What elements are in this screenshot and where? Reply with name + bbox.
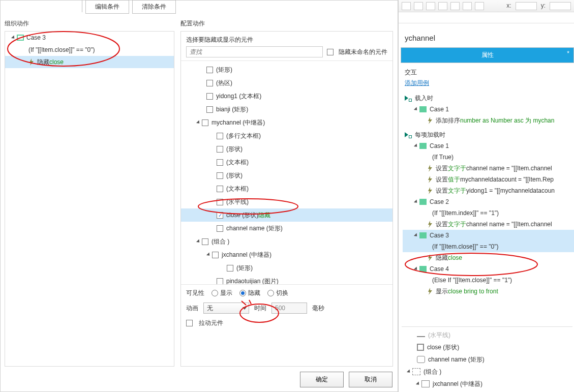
clear-condition-button[interactable]: 清除条件 (132, 0, 176, 14)
list-item[interactable]: (矩形) (236, 264, 253, 273)
time-input[interactable]: 500 (271, 303, 307, 314)
checkbox-close-icon[interactable] (217, 212, 223, 219)
x-label: x: (506, 2, 511, 10)
case-node[interactable]: Case 1 (403, 140, 574, 152)
list-item[interactable]: pindaotuijian (图片) (226, 277, 279, 285)
visibility-row: 可见性 显示 隐藏 切换 (186, 289, 387, 297)
case-node[interactable]: Case 2 (403, 196, 574, 207)
radio-show[interactable]: 显示 (212, 289, 232, 297)
bolt-icon (427, 117, 433, 124)
add-case-link[interactable]: 添加用例 (405, 79, 429, 86)
svg-marker-6 (428, 254, 432, 261)
event-onload[interactable]: 载入时 (403, 93, 574, 104)
list-item[interactable]: (多行文本框) (226, 132, 261, 140)
case-editor-dialog: 编辑条件 清除条件 组织动作 配置动作 Case 3 (If "[[Item.c… (0, 0, 398, 392)
action-row[interactable]: 显示 close bring to front (403, 286, 574, 297)
outline-item[interactable]: (水平线) (402, 329, 572, 341)
list-item[interactable]: (形状) (226, 145, 243, 154)
tree-row-close[interactable]: close (形状) 隐藏 (181, 208, 392, 222)
widget-tree[interactable]: (矩形) (热区) yidong1 (文本框) bianji (矩形) mych… (181, 61, 392, 284)
action-prefix: 隐藏 (37, 58, 49, 67)
outline-item[interactable]: channel name (矩形) (402, 353, 572, 366)
tool-icon[interactable] (402, 2, 411, 10)
case-condition: (Else If "[[Item.close]]" == "1") (403, 275, 574, 286)
tool-icon[interactable] (414, 2, 423, 10)
action-row[interactable]: 设置 文字于 channel name = "[[Item.channel (403, 219, 574, 230)
case-node[interactable]: Case 1 (403, 104, 574, 115)
event-icon (405, 95, 412, 102)
list-item[interactable]: channel name (矩形) (226, 224, 283, 233)
action-row[interactable]: 设置 文字于 yidong1 = "[[mychanneldatacoun (403, 185, 574, 196)
drag-widget-checkbox[interactable] (186, 320, 193, 326)
svg-marker-2 (428, 165, 432, 172)
case-node[interactable]: Case 3 (5, 32, 174, 44)
x-input[interactable] (516, 2, 537, 10)
configure-actions-label: 配置动作 (180, 19, 205, 28)
animation-label: 动画 (186, 304, 198, 313)
inspector-tabs: 属性* (401, 47, 574, 63)
action-row-hide-close[interactable]: 隐藏 close (5, 56, 174, 68)
animation-select[interactable]: 无 (203, 303, 249, 314)
interactions-tree: 载入时 Case 1 添加排序 number as Number asc 为 m… (401, 93, 574, 297)
case-condition: (If "[[Item.close]]" == "0") (403, 241, 574, 252)
outline-item[interactable]: close (形状) (402, 341, 572, 353)
case-node[interactable]: Case 4 (403, 263, 574, 275)
case-condition: (If True) (403, 152, 574, 163)
interactions-header: 交互 (401, 63, 574, 79)
toolbar: x: y: (399, 0, 574, 12)
list-item[interactable]: (组合 ) (212, 237, 229, 246)
event-icon (405, 131, 412, 138)
svg-marker-3 (428, 176, 432, 183)
outline-panel: (水平线) close (形状) channel name (矩形) (组合 )… (402, 326, 572, 390)
y-input[interactable] (550, 2, 571, 10)
case-icon (419, 106, 427, 112)
tool-icon[interactable] (438, 2, 447, 10)
hide-unnamed-checkbox[interactable]: 隐藏未命名的元件 (327, 48, 387, 56)
event-onitemload[interactable]: 每项加载时 (403, 129, 574, 140)
search-input[interactable] (186, 46, 323, 57)
list-item[interactable]: (形状) (226, 171, 243, 180)
list-item[interactable]: mychannel (中继器) (212, 118, 265, 127)
tool-icon[interactable] (463, 2, 472, 10)
tool-icon[interactable] (426, 2, 435, 10)
drag-widget-label: 拉动元件 (199, 319, 223, 327)
list-item[interactable]: (水平线) (226, 198, 249, 206)
bolt-icon (28, 58, 35, 66)
time-unit: 毫秒 (312, 304, 324, 313)
widget-name: ychannel (401, 25, 574, 47)
tab-properties[interactable]: 属性* (401, 48, 573, 63)
visibility-label: 可见性 (186, 289, 204, 297)
radio-toggle[interactable]: 切换 (267, 289, 288, 297)
cfg-title: 选择要隐藏或显示的元件 (181, 32, 392, 46)
time-label: 时间 (254, 304, 266, 313)
configure-actions-panel: 选择要隐藏或显示的元件 隐藏未命名的元件 (矩形) (热区) yidong1 (… (180, 31, 393, 367)
outline-item[interactable]: jxchannel (中继器) (402, 378, 572, 390)
list-item[interactable]: yidong1 (文本框) (216, 92, 261, 101)
list-item[interactable]: bianji (矩形) (216, 105, 248, 114)
list-item[interactable]: jxchannel (中继器) (222, 251, 271, 259)
list-item[interactable]: (热区) (216, 79, 232, 87)
case-label: Case 3 (26, 34, 46, 41)
action-row[interactable]: 添加排序 number as Number asc 为 mychan (403, 115, 574, 126)
action-target: close (49, 58, 64, 66)
svg-marker-7 (428, 288, 432, 295)
outline-item[interactable]: (组合 ) (402, 366, 572, 378)
edit-condition-button[interactable]: 编辑条件 (85, 0, 129, 14)
radio-hide[interactable]: 隐藏 (239, 289, 260, 297)
action-row[interactable]: 隐藏 close (403, 252, 574, 263)
list-item[interactable]: (矩形) (216, 66, 232, 74)
tool-icon[interactable] (475, 2, 484, 10)
action-row[interactable]: 设置 值于 mychanneldatacount = "[[Item.Rep (403, 174, 574, 185)
action-row[interactable]: 设置 文字于 channel name = "[[Item.channel (403, 163, 574, 174)
svg-marker-1 (428, 117, 432, 124)
ok-button[interactable]: 确定 (300, 372, 344, 387)
list-item[interactable]: (文本框) (226, 185, 249, 193)
case-icon (17, 35, 24, 41)
tool-icon[interactable] (450, 2, 460, 10)
case-condition: (If "[[Item.index]]" == "1") (403, 207, 574, 219)
case-node-case3[interactable]: Case 3 (403, 230, 574, 241)
svg-marker-0 (29, 58, 34, 66)
y-label: y: (541, 2, 546, 10)
cancel-button[interactable]: 取消 (349, 372, 392, 387)
list-item[interactable]: (文本框) (226, 158, 249, 167)
